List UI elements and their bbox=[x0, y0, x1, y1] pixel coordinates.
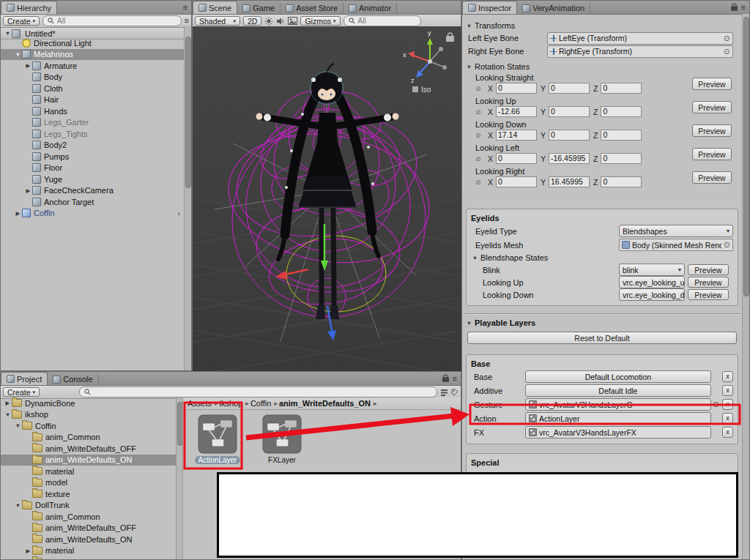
hierarchy-item[interactable]: ▼ Melahrinos › bbox=[1, 49, 185, 61]
foldout-arrow[interactable]: ▶ bbox=[4, 400, 12, 406]
hierarchy-item[interactable]: Body2 › bbox=[1, 140, 185, 152]
preview-button[interactable]: Preview bbox=[692, 78, 732, 90]
rotation-y-field[interactable]: 0 bbox=[549, 130, 590, 141]
link-icon[interactable]: ⊘ bbox=[475, 108, 484, 116]
inspector-menu-icon[interactable]: ≡ bbox=[741, 4, 746, 12]
rotation-z-field[interactable]: 0 bbox=[601, 130, 642, 141]
preview-button[interactable]: Preview bbox=[692, 101, 732, 113]
folder-item[interactable]: model bbox=[1, 556, 176, 559]
create-button[interactable]: Create▾ bbox=[3, 16, 40, 26]
project-menu-icon[interactable]: ≡ bbox=[453, 375, 457, 383]
folder-item[interactable]: anim_WriteDefaults_OFF bbox=[1, 523, 176, 534]
rotation-y-field[interactable]: 16.45995 bbox=[549, 176, 590, 187]
hierarchy-item[interactable]: Yuge › bbox=[1, 173, 185, 185]
rotation-z-field[interactable]: 0 bbox=[601, 83, 642, 94]
folder-item[interactable]: ▼ DollTrunk bbox=[1, 500, 176, 512]
asset-item[interactable]: FXLayer bbox=[258, 414, 306, 464]
foldout-arrow[interactable]: ▼ bbox=[14, 422, 22, 429]
hierarchy-item[interactable]: Legs_Garter › bbox=[1, 117, 185, 129]
reset-to-default-button[interactable]: Reset to Default bbox=[467, 332, 737, 344]
rotation-y-field[interactable]: -16.45995 bbox=[549, 153, 590, 164]
scene-lighting-icon[interactable] bbox=[264, 17, 273, 26]
folder-item[interactable]: anim_Common bbox=[1, 511, 176, 523]
rotation-x-field[interactable]: 0 bbox=[496, 153, 537, 164]
eyelids-mesh-field[interactable]: Body (Skinned Mesh Renderer) ⊙ bbox=[619, 239, 733, 251]
folder-item[interactable]: ▶ DynamicBone bbox=[1, 397, 176, 409]
rotation-x-field[interactable]: 17.14 bbox=[496, 130, 537, 141]
rotation-x-field[interactable]: 0 bbox=[496, 176, 537, 187]
layer-field[interactable]: Default Locomotion bbox=[525, 370, 711, 383]
inspector-tab[interactable]: Inspector bbox=[462, 1, 517, 14]
folder-item[interactable]: anim_WriteDefaults_OFF bbox=[1, 443, 176, 455]
eyelid-type-dropdown[interactable]: Blendshapes ▾ bbox=[619, 225, 733, 237]
object-picker-icon[interactable]: ⊙ bbox=[724, 34, 730, 42]
search-by-type-icon[interactable] bbox=[440, 389, 448, 396]
folder-item[interactable]: ▼ ikshop bbox=[1, 409, 176, 421]
hierarchy-item[interactable]: Directional Light › bbox=[1, 37, 185, 49]
breadcrumb-item[interactable]: Coffin ▸ bbox=[250, 399, 278, 408]
transforms-foldout[interactable]: ▼ Transforms bbox=[462, 20, 742, 31]
playable-layers-foldout[interactable]: ▼ Playable Layers bbox=[462, 317, 742, 329]
search-by-label-icon[interactable] bbox=[451, 389, 458, 396]
blendshape-dropdown[interactable]: blink ▾ bbox=[619, 264, 685, 276]
gizmos-dropdown[interactable]: Gizmos▾ bbox=[300, 16, 340, 26]
foldout-arrow[interactable]: ▼ bbox=[14, 502, 22, 509]
hierarchy-item[interactable]: Hair › bbox=[1, 94, 185, 106]
hierarchy-item[interactable]: ▶ FaceCheckCamera › bbox=[1, 185, 185, 197]
layer-field[interactable]: Default Idle bbox=[525, 384, 711, 397]
object-field[interactable]: LeftEye (Transform) ⊙ bbox=[547, 32, 733, 45]
rotation-y-field[interactable]: 0 bbox=[549, 83, 590, 94]
panel-menu-icon[interactable]: ≡ bbox=[183, 4, 188, 12]
hierarchy-item[interactable]: Body › bbox=[1, 72, 185, 83]
rotation-z-field[interactable]: 0 bbox=[601, 176, 642, 187]
hierarchy-search-input[interactable]: All bbox=[42, 15, 182, 26]
hierarchy-item[interactable]: Cloth › bbox=[1, 83, 185, 94]
hierarchy-item[interactable]: Anchor Target › bbox=[1, 196, 185, 208]
preview-button[interactable]: Preview bbox=[692, 171, 732, 184]
link-icon[interactable]: ⊘ bbox=[475, 155, 484, 163]
scene-view-tab[interactable]: Animator bbox=[344, 2, 397, 14]
foldout-arrow[interactable]: ▼ bbox=[14, 51, 22, 58]
scene-effects-icon[interactable] bbox=[288, 17, 297, 25]
object-picker-icon[interactable]: ⊙ bbox=[724, 48, 730, 56]
scene-view-tab[interactable]: Game bbox=[237, 2, 281, 14]
project-lock-icon[interactable] bbox=[442, 374, 449, 384]
blendshape-dropdown[interactable]: vrc.eye_looking_up ▾ bbox=[619, 276, 685, 288]
rotation-x-field[interactable]: -12.66 bbox=[496, 106, 537, 117]
link-icon[interactable]: ⊘ bbox=[475, 132, 484, 139]
rotation-z-field[interactable]: 0 bbox=[601, 153, 642, 164]
asset-item[interactable]: ActionLayer bbox=[193, 414, 242, 464]
foldout-arrow[interactable]: ▼ bbox=[4, 30, 12, 37]
object-field[interactable]: RightEye (Transform) ⊙ bbox=[547, 45, 733, 58]
inspector-lock-icon[interactable] bbox=[731, 3, 738, 12]
folder-item[interactable]: anim_WriteDefaults_ON bbox=[1, 455, 176, 466]
rotation-x-field[interactable]: 0 bbox=[496, 83, 537, 94]
folder-item[interactable]: anim_Common bbox=[1, 432, 176, 444]
create-button[interactable]: Create▾ bbox=[3, 387, 40, 397]
inspector-scrollbar[interactable] bbox=[742, 14, 749, 559]
2d-toggle-button[interactable]: 2D bbox=[243, 16, 261, 26]
breadcrumb-item[interactable]: anim_WriteDefaults_ON ▸ bbox=[279, 399, 377, 408]
foldout-arrow[interactable]: ▶ bbox=[24, 187, 32, 194]
hierarchy-scrollbar[interactable] bbox=[184, 26, 191, 370]
scene-viewport[interactable]: y x z Iso bbox=[193, 26, 461, 370]
prefab-open-chevron-icon[interactable]: › bbox=[177, 209, 180, 217]
remove-layer-button[interactable]: x bbox=[722, 413, 733, 424]
remove-layer-button[interactable]: x bbox=[722, 385, 733, 396]
link-icon[interactable]: ⊘ bbox=[475, 85, 484, 92]
folder-item[interactable]: ▼ Coffin bbox=[1, 420, 176, 432]
layer-field[interactable]: ActionLayer bbox=[525, 412, 711, 425]
folder-item[interactable]: texture bbox=[1, 488, 176, 500]
rotation-states-foldout[interactable]: ▼ Rotation States bbox=[462, 61, 742, 72]
preview-button[interactable]: Preview bbox=[692, 148, 732, 160]
foldout-arrow[interactable]: ▶ bbox=[24, 548, 32, 554]
hierarchy-item[interactable]: Floor › bbox=[1, 163, 185, 174]
folder-item[interactable]: model bbox=[1, 477, 176, 489]
remove-layer-button[interactable]: x bbox=[722, 427, 733, 438]
hierarchy-item[interactable]: ▶ Coffin › bbox=[1, 208, 185, 220]
foldout-arrow[interactable]: ▶ bbox=[14, 210, 22, 217]
scene-view-tab[interactable]: Asset Store bbox=[281, 2, 344, 14]
scene-search-input[interactable]: All bbox=[344, 15, 421, 26]
breadcrumb-item[interactable]: ikshop ▸ bbox=[220, 399, 249, 408]
remove-layer-button[interactable]: x bbox=[722, 399, 733, 410]
